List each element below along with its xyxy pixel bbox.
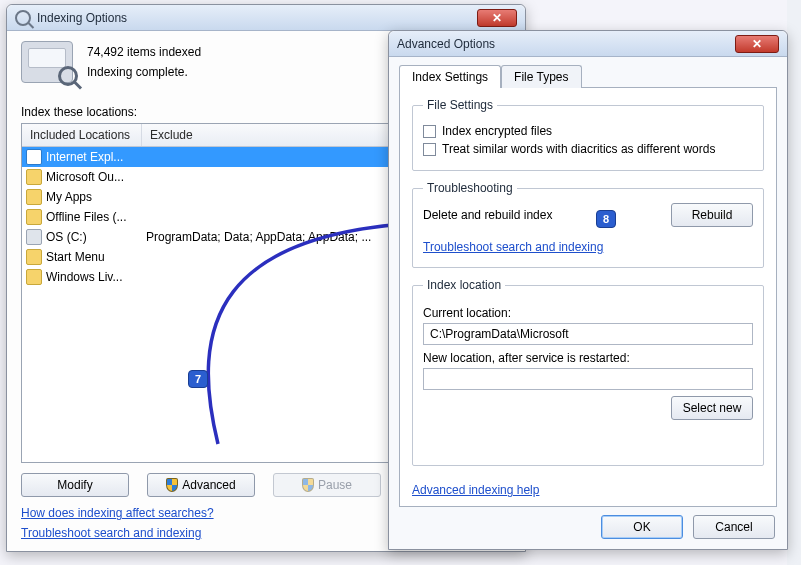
pause-button[interactable]: Pause <box>273 473 381 497</box>
current-location-label: Current location: <box>423 306 753 320</box>
file-settings-legend: File Settings <box>423 98 497 112</box>
folder-icon <box>26 189 42 205</box>
checkbox-icon <box>423 125 436 138</box>
checkbox-label: Treat similar words with diacritics as d… <box>442 142 715 156</box>
checkbox-icon <box>423 143 436 156</box>
folder-icon <box>26 229 42 245</box>
window-title: Advanced Options <box>397 37 495 51</box>
ok-button[interactable]: OK <box>601 515 683 539</box>
location-name: Start Menu <box>46 250 105 264</box>
index-location-legend: Index location <box>423 278 505 292</box>
rebuild-button[interactable]: Rebuild <box>671 203 753 227</box>
file-settings-group: File Settings Index encrypted files Trea… <box>412 98 764 171</box>
window-title: Indexing Options <box>37 11 127 25</box>
close-button[interactable]: ✕ <box>477 9 517 27</box>
close-button[interactable]: ✕ <box>735 35 779 53</box>
titlebar-advanced[interactable]: Advanced Options ✕ <box>389 31 787 57</box>
items-indexed-label: 74,492 items indexed <box>87 42 201 62</box>
checkbox-diacritics[interactable]: Treat similar words with diacritics as d… <box>423 142 753 156</box>
shield-icon <box>302 478 314 492</box>
location-name: Microsoft Ou... <box>46 170 124 184</box>
rebuild-label: Delete and rebuild index <box>423 208 552 222</box>
shield-icon <box>166 478 178 492</box>
current-location-field: C:\ProgramData\Microsoft <box>423 323 753 345</box>
advanced-button[interactable]: Advanced <box>147 473 255 497</box>
new-location-field[interactable] <box>423 368 753 390</box>
titlebar-indexing[interactable]: Indexing Options ✕ <box>7 5 525 31</box>
location-name: My Apps <box>46 190 92 204</box>
link-troubleshoot-search[interactable]: Troubleshoot search and indexing <box>423 240 603 254</box>
troubleshooting-legend: Troubleshooting <box>423 181 517 195</box>
cancel-button[interactable]: Cancel <box>693 515 775 539</box>
search-icon <box>15 10 31 26</box>
link-affect-searches[interactable]: How does indexing affect searches? <box>21 506 214 520</box>
tab-index-settings[interactable]: Index Settings <box>399 65 501 88</box>
folder-icon <box>26 169 42 185</box>
indexing-status-label: Indexing complete. <box>87 62 201 82</box>
folder-icon <box>26 249 42 265</box>
checkbox-label: Index encrypted files <box>442 124 552 138</box>
folder-icon <box>26 269 42 285</box>
folder-icon <box>26 209 42 225</box>
window-advanced-options: Advanced Options ✕ Index Settings File T… <box>388 30 788 550</box>
folder-icon <box>26 149 42 165</box>
troubleshooting-group: Troubleshooting Delete and rebuild index… <box>412 181 764 268</box>
location-name: Internet Expl... <box>46 150 123 164</box>
link-troubleshoot-indexing[interactable]: Troubleshoot search and indexing <box>21 526 201 540</box>
location-name: OS (C:) <box>46 230 87 244</box>
location-name: Windows Liv... <box>46 270 122 284</box>
select-new-button[interactable]: Select new <box>671 396 753 420</box>
drive-icon <box>21 41 73 83</box>
tab-file-types[interactable]: File Types <box>501 65 581 88</box>
modify-button[interactable]: Modify <box>21 473 129 497</box>
link-advanced-indexing-help[interactable]: Advanced indexing help <box>412 483 539 497</box>
checkbox-index-encrypted[interactable]: Index encrypted files <box>423 124 753 138</box>
index-location-group: Index location Current location: C:\Prog… <box>412 278 764 466</box>
new-location-label: New location, after service is restarted… <box>423 351 753 365</box>
col-included[interactable]: Included Locations <box>22 124 142 146</box>
location-name: Offline Files (... <box>46 210 126 224</box>
